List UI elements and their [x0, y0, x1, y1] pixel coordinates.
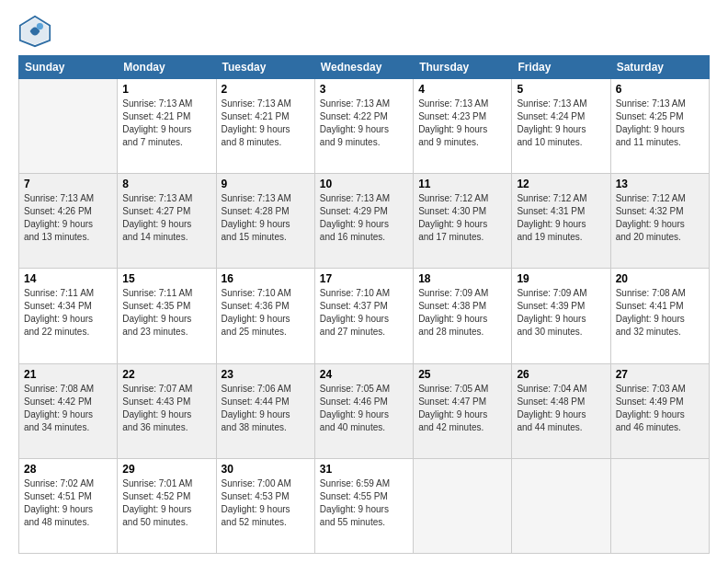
day-info: Sunrise: 7:08 AM Sunset: 4:42 PM Dayligh… — [24, 383, 112, 434]
calendar-cell — [512, 458, 610, 553]
calendar-cell — [610, 458, 709, 553]
day-number: 7 — [24, 178, 112, 190]
day-number: 30 — [222, 463, 310, 476]
day-number: 26 — [517, 368, 605, 381]
calendar-cell: 19Sunrise: 7:09 AM Sunset: 4:39 PM Dayli… — [512, 269, 610, 363]
week-row-3: 14Sunrise: 7:11 AM Sunset: 4:34 PM Dayli… — [19, 269, 710, 363]
day-info: Sunrise: 7:13 AM Sunset: 4:25 PM Dayligh… — [616, 98, 704, 149]
day-info: Sunrise: 7:13 AM Sunset: 4:26 PM Dayligh… — [24, 192, 112, 244]
calendar-cell: 18Sunrise: 7:09 AM Sunset: 4:38 PM Dayli… — [414, 269, 512, 363]
calendar-cell: 5Sunrise: 7:13 AM Sunset: 4:24 PM Daylig… — [512, 79, 610, 174]
logo — [18, 15, 57, 48]
day-info: Sunrise: 7:12 AM Sunset: 4:31 PM Dayligh… — [517, 192, 605, 244]
day-number: 3 — [320, 83, 408, 96]
day-number: 9 — [222, 178, 310, 190]
calendar-cell: 21Sunrise: 7:08 AM Sunset: 4:42 PM Dayli… — [19, 363, 118, 458]
day-info: Sunrise: 7:06 AM Sunset: 4:44 PM Dayligh… — [222, 383, 310, 434]
day-number: 13 — [616, 178, 704, 190]
week-row-5: 28Sunrise: 7:02 AM Sunset: 4:51 PM Dayli… — [19, 458, 710, 553]
calendar-cell: 28Sunrise: 7:02 AM Sunset: 4:51 PM Dayli… — [19, 458, 118, 553]
page: SundayMondayTuesdayWednesdayThursdayFrid… — [0, 0, 728, 563]
day-number: 4 — [418, 83, 506, 96]
logo-icon — [18, 15, 51, 48]
header — [18, 15, 710, 48]
day-info: Sunrise: 7:05 AM Sunset: 4:47 PM Dayligh… — [418, 383, 506, 434]
day-number: 18 — [418, 272, 506, 285]
day-info: Sunrise: 7:03 AM Sunset: 4:49 PM Dayligh… — [616, 383, 704, 434]
calendar-cell: 29Sunrise: 7:01 AM Sunset: 4:52 PM Dayli… — [118, 458, 216, 553]
day-info: Sunrise: 7:13 AM Sunset: 4:23 PM Dayligh… — [418, 98, 506, 149]
calendar-cell: 12Sunrise: 7:12 AM Sunset: 4:31 PM Dayli… — [512, 174, 610, 269]
calendar-cell: 4Sunrise: 7:13 AM Sunset: 4:23 PM Daylig… — [414, 79, 512, 174]
day-info: Sunrise: 7:13 AM Sunset: 4:22 PM Dayligh… — [320, 98, 408, 149]
day-header-sunday: Sunday — [19, 56, 118, 79]
day-info: Sunrise: 7:04 AM Sunset: 4:48 PM Dayligh… — [517, 383, 605, 434]
day-number: 1 — [122, 83, 210, 96]
calendar-cell: 1Sunrise: 7:13 AM Sunset: 4:21 PM Daylig… — [118, 79, 216, 174]
week-row-4: 21Sunrise: 7:08 AM Sunset: 4:42 PM Dayli… — [19, 363, 710, 458]
calendar-cell: 8Sunrise: 7:13 AM Sunset: 4:27 PM Daylig… — [118, 174, 216, 269]
day-info: Sunrise: 7:13 AM Sunset: 4:24 PM Dayligh… — [517, 98, 605, 149]
calendar-cell: 23Sunrise: 7:06 AM Sunset: 4:44 PM Dayli… — [216, 363, 314, 458]
day-header-thursday: Thursday — [414, 56, 512, 79]
calendar-cell — [414, 458, 512, 553]
calendar-cell: 15Sunrise: 7:11 AM Sunset: 4:35 PM Dayli… — [118, 269, 216, 363]
calendar-cell: 14Sunrise: 7:11 AM Sunset: 4:34 PM Dayli… — [19, 269, 118, 363]
day-info: Sunrise: 7:13 AM Sunset: 4:21 PM Dayligh… — [222, 98, 310, 149]
calendar-cell: 3Sunrise: 7:13 AM Sunset: 4:22 PM Daylig… — [314, 79, 413, 174]
week-row-2: 7Sunrise: 7:13 AM Sunset: 4:26 PM Daylig… — [19, 174, 710, 269]
calendar-cell: 2Sunrise: 7:13 AM Sunset: 4:21 PM Daylig… — [216, 79, 314, 174]
calendar-table: SundayMondayTuesdayWednesdayThursdayFrid… — [18, 55, 710, 554]
day-info: Sunrise: 7:02 AM Sunset: 4:51 PM Dayligh… — [24, 477, 112, 529]
day-header-monday: Monday — [118, 56, 216, 79]
day-info: Sunrise: 6:59 AM Sunset: 4:55 PM Dayligh… — [320, 477, 408, 529]
calendar-cell: 9Sunrise: 7:13 AM Sunset: 4:28 PM Daylig… — [216, 174, 314, 269]
day-info: Sunrise: 7:09 AM Sunset: 4:38 PM Dayligh… — [418, 287, 506, 339]
calendar-cell: 10Sunrise: 7:13 AM Sunset: 4:29 PM Dayli… — [314, 174, 413, 269]
calendar-cell: 24Sunrise: 7:05 AM Sunset: 4:46 PM Dayli… — [314, 363, 413, 458]
calendar-cell: 31Sunrise: 6:59 AM Sunset: 4:55 PM Dayli… — [314, 458, 413, 553]
calendar-cell: 13Sunrise: 7:12 AM Sunset: 4:32 PM Dayli… — [610, 174, 709, 269]
day-info: Sunrise: 7:12 AM Sunset: 4:30 PM Dayligh… — [418, 192, 506, 244]
calendar-cell: 27Sunrise: 7:03 AM Sunset: 4:49 PM Dayli… — [610, 363, 709, 458]
calendar-cell: 26Sunrise: 7:04 AM Sunset: 4:48 PM Dayli… — [512, 363, 610, 458]
day-info: Sunrise: 7:05 AM Sunset: 4:46 PM Dayligh… — [320, 383, 408, 434]
calendar-cell: 11Sunrise: 7:12 AM Sunset: 4:30 PM Dayli… — [414, 174, 512, 269]
day-number: 28 — [24, 463, 112, 476]
day-info: Sunrise: 7:13 AM Sunset: 4:27 PM Dayligh… — [122, 192, 210, 244]
day-info: Sunrise: 7:09 AM Sunset: 4:39 PM Dayligh… — [517, 287, 605, 339]
day-number: 8 — [122, 178, 210, 190]
day-number: 6 — [616, 83, 704, 96]
day-header-tuesday: Tuesday — [216, 56, 314, 79]
day-info: Sunrise: 7:00 AM Sunset: 4:53 PM Dayligh… — [222, 477, 310, 529]
day-number: 19 — [517, 272, 605, 285]
calendar-cell: 7Sunrise: 7:13 AM Sunset: 4:26 PM Daylig… — [19, 174, 118, 269]
calendar-cell: 6Sunrise: 7:13 AM Sunset: 4:25 PM Daylig… — [610, 79, 709, 174]
calendar-cell: 20Sunrise: 7:08 AM Sunset: 4:41 PM Dayli… — [610, 269, 709, 363]
day-info: Sunrise: 7:13 AM Sunset: 4:29 PM Dayligh… — [320, 192, 408, 244]
day-header-saturday: Saturday — [610, 56, 709, 79]
day-number: 23 — [222, 368, 310, 381]
day-number: 24 — [320, 368, 408, 381]
day-number: 21 — [24, 368, 112, 381]
day-number: 16 — [222, 272, 310, 285]
day-number: 15 — [122, 272, 210, 285]
calendar-header-row: SundayMondayTuesdayWednesdayThursdayFrid… — [19, 56, 710, 79]
day-number: 25 — [418, 368, 506, 381]
day-info: Sunrise: 7:10 AM Sunset: 4:37 PM Dayligh… — [320, 287, 408, 339]
day-header-wednesday: Wednesday — [314, 56, 413, 79]
day-number: 10 — [320, 178, 408, 190]
day-info: Sunrise: 7:10 AM Sunset: 4:36 PM Dayligh… — [222, 287, 310, 339]
day-number: 5 — [517, 83, 605, 96]
svg-point-2 — [37, 23, 43, 29]
day-number: 12 — [517, 178, 605, 190]
day-header-friday: Friday — [512, 56, 610, 79]
day-number: 22 — [122, 368, 210, 381]
day-number: 29 — [122, 463, 210, 476]
day-info: Sunrise: 7:12 AM Sunset: 4:32 PM Dayligh… — [616, 192, 704, 244]
week-row-1: 1Sunrise: 7:13 AM Sunset: 4:21 PM Daylig… — [19, 79, 710, 174]
calendar-cell: 22Sunrise: 7:07 AM Sunset: 4:43 PM Dayli… — [118, 363, 216, 458]
day-number: 20 — [616, 272, 704, 285]
day-info: Sunrise: 7:01 AM Sunset: 4:52 PM Dayligh… — [122, 477, 210, 529]
day-number: 14 — [24, 272, 112, 285]
